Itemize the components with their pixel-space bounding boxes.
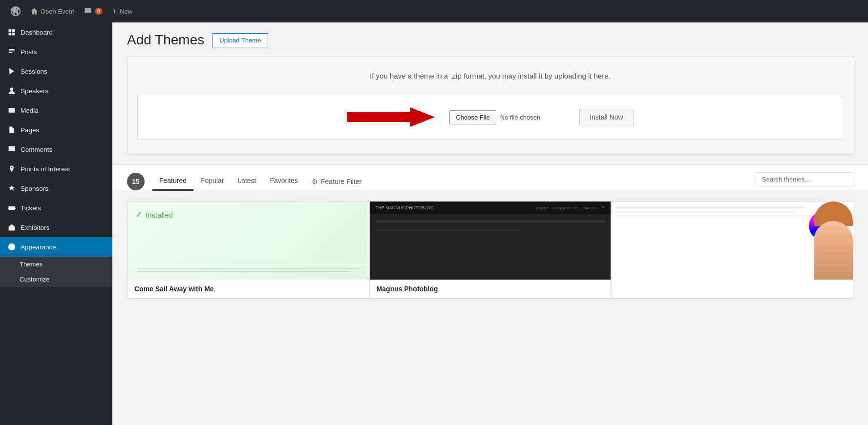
sponsors-icon [7,183,17,193]
home-icon [30,7,38,15]
comments-item[interactable]: 0 [79,0,107,22]
tab-featured[interactable]: Featured [152,172,193,191]
dashboard-icon [7,27,17,37]
theme-card-2[interactable]: THE MAGNUS PHOTOBLOG ABOUT READABILITY I… [369,201,612,299]
theme-card-3[interactable] [611,201,853,299]
sidebar-label-media: Media [21,107,39,114]
installed-badge: ✓ Installed [135,209,173,220]
main-content: Add Themes Upload Theme If you have a th… [112,22,868,425]
sidebar-menu: Dashboard Posts Sessions Speakers [0,22,112,287]
themes-tabs-section: 15 Featured Popular Latest Favorites Fea… [112,164,868,191]
new-item[interactable]: + New [107,0,137,22]
upload-theme-button[interactable]: Upload Theme [212,33,268,47]
new-icon: + [112,7,117,16]
no-file-text: No file chosen [500,114,540,121]
theme-count-badge: 15 [127,173,145,190]
sidebar-sub-themes[interactable]: Themes [0,257,112,272]
sidebar: Dashboard Posts Sessions Speakers [0,22,112,425]
comment-icon [84,7,92,15]
svg-point-8 [12,245,13,246]
arrow-container [347,105,435,129]
theme-card-1-footer: Come Sail Away with Me [127,280,369,298]
wp-logo-item[interactable] [6,0,25,22]
sidebar-label-poi: Points of Interest [21,165,70,173]
sidebar-item-appearance[interactable]: Appearance [0,237,112,257]
card2-blog-title: THE MAGNUS PHOTOBLOG [376,205,434,210]
choose-file-button[interactable]: Choose File [449,110,496,124]
red-arrow-icon [347,105,435,129]
card2-body [370,214,611,280]
sidebar-label-speakers: Speakers [21,87,48,95]
home-item[interactable]: Open Event [25,0,79,22]
appearance-icon [7,242,17,252]
themes-header: Add Themes Upload Theme [112,22,868,57]
svg-point-7 [10,245,11,246]
nav-menu-icon: ☰ [601,206,605,210]
svg-rect-2 [9,33,12,36]
tab-popular[interactable]: Popular [193,172,231,191]
tab-latest[interactable]: Latest [231,172,263,191]
nav-about: ABOUT [536,206,550,210]
installed-overlay: ✓ Installed [127,202,369,280]
sidebar-label-comments: Comments [21,146,52,153]
sidebar-label-tickets: Tickets [21,204,41,212]
sidebar-label-appearance: Appearance [21,243,56,251]
sidebar-label-dashboard: Dashboard [21,29,53,36]
sidebar-item-dashboard[interactable]: Dashboard [0,22,112,42]
sidebar-item-sponsors[interactable]: Sponsors [0,179,112,198]
card2-nav: ABOUT READABILITY IMAGES ☰ [536,206,605,210]
search-themes-input[interactable] [756,172,853,186]
theme-cards-grid: ✓ Installed Come Sail Away with Me [112,191,868,308]
page-title: Add Themes [127,32,204,48]
posts-icon [7,47,17,57]
installed-label: Installed [146,211,173,219]
theme-card-3-footer [612,280,853,289]
admin-bar: Open Event 0 + New [0,0,868,22]
sessions-icon [7,66,17,76]
comments-badge: 0 [95,8,103,15]
sidebar-label-posts: Posts [21,48,37,56]
layout: Dashboard Posts Sessions Speakers [0,22,868,425]
tickets-icon [7,203,17,213]
upload-form-row: Choose File No file chosen Install Now [137,95,843,140]
sidebar-item-speakers[interactable]: Speakers [0,81,112,101]
nav-readability: READABILITY [553,206,578,210]
sidebar-label-sessions: Sessions [21,68,47,75]
sidebar-item-exhibitors[interactable]: Exhibitors [0,218,112,237]
checkmark-icon: ✓ [135,209,143,220]
card2-header: THE MAGNUS PHOTOBLOG ABOUT READABILITY I… [370,202,611,214]
svg-rect-0 [9,29,12,32]
nav-images: IMAGES [582,206,597,210]
exhibitors-icon [7,223,17,232]
poi-icon [7,164,17,174]
new-label: New [120,8,132,15]
feature-filter-tab[interactable]: Feature Filter [305,173,368,190]
install-now-button[interactable]: Install Now [579,109,633,125]
tab-favorites[interactable]: Favorites [263,172,305,191]
sidebar-item-tickets[interactable]: Tickets [0,198,112,218]
customize-sub-label: Customize [20,276,49,283]
sidebar-item-comments[interactable]: Comments [0,140,112,159]
sidebar-item-points-of-interest[interactable]: Points of Interest [0,159,112,179]
sidebar-item-pages[interactable]: Pages [0,120,112,140]
sidebar-sub-customize[interactable]: Customize [0,272,112,287]
pages-icon [7,125,17,135]
sidebar-item-media[interactable]: Media [0,101,112,120]
media-icon [7,105,17,115]
wp-logo-icon [11,6,21,16]
theme-name-1: Come Sail Away with Me [134,285,214,293]
card3-person [814,221,853,280]
sidebar-item-posts[interactable]: Posts [0,42,112,61]
sidebar-item-sessions[interactable]: Sessions [0,61,112,81]
file-input-group: Choose File No file chosen [449,110,540,124]
themes-tabs-row: 15 Featured Popular Latest Favorites Fea… [127,172,853,191]
svg-marker-9 [347,107,435,127]
gear-icon [312,178,318,185]
sidebar-label-pages: Pages [21,126,39,134]
theme-card-1[interactable]: ✓ Installed Come Sail Away with Me [127,201,369,299]
sidebar-label-sponsors: Sponsors [21,185,48,192]
feature-filter-label: Feature Filter [321,178,361,185]
theme-name-2: Magnus Photoblog [377,285,438,293]
theme-card-2-preview: THE MAGNUS PHOTOBLOG ABOUT READABILITY I… [370,202,611,280]
appearance-submenu: Themes Customize [0,257,112,287]
